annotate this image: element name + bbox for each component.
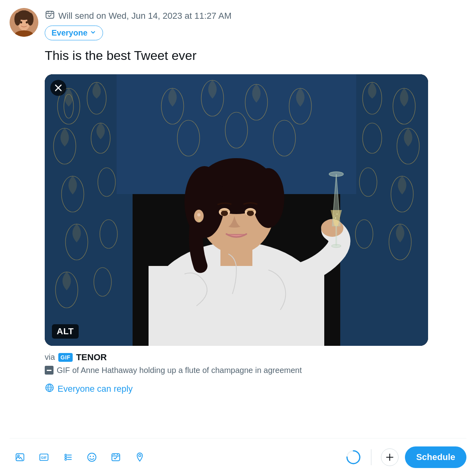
svg-point-12 <box>51 12 52 13</box>
svg-point-60 <box>331 244 341 248</box>
divider-vertical <box>371 449 372 465</box>
tweet-text[interactable]: This is the best Tweet ever <box>45 47 466 65</box>
svg-rect-10 <box>46 11 54 18</box>
svg-point-11 <box>48 12 49 13</box>
gif-description-text: GIF of Anne Hathaway holding up a flute … <box>57 366 302 375</box>
svg-text:GIF: GIF <box>41 456 46 460</box>
avatar[interactable] <box>10 8 38 37</box>
svg-point-77 <box>93 456 94 457</box>
via-tenor-row: via GIF TENOR <box>45 352 466 363</box>
svg-point-70 <box>65 456 66 458</box>
gif-description-row: GIF of Anne Hathaway holding up a flute … <box>45 366 466 375</box>
char-counter <box>345 449 361 465</box>
svg-point-49 <box>252 168 284 228</box>
toolbar-right: Schedule <box>345 446 466 468</box>
clock-icon <box>45 10 55 22</box>
alt-badge[interactable]: ALT <box>52 324 79 339</box>
svg-point-75 <box>88 453 96 462</box>
poll-button[interactable] <box>58 447 78 468</box>
svg-point-53 <box>247 210 254 216</box>
toolbar: GIF <box>10 438 466 476</box>
svg-point-80 <box>117 454 118 455</box>
audience-pill[interactable]: Everyone <box>45 26 103 40</box>
schedule-info: Will send on Wed, Jun 14, 2023 at 11:27 … <box>45 10 232 22</box>
svg-point-8 <box>14 13 21 26</box>
svg-point-58 <box>329 172 343 177</box>
media-container: ALT <box>45 74 428 346</box>
svg-point-76 <box>90 456 91 457</box>
composer-header: Will send on Wed, Jun 14, 2023 at 11:27 … <box>10 8 466 40</box>
gif-button[interactable]: GIF <box>34 447 54 468</box>
svg-point-52 <box>221 210 228 216</box>
schedule-button[interactable]: Schedule <box>405 446 466 468</box>
svg-point-79 <box>113 454 115 455</box>
schedule-icon-button[interactable] <box>105 447 126 468</box>
svg-point-69 <box>65 454 66 456</box>
svg-point-55 <box>197 213 200 216</box>
svg-point-71 <box>65 458 66 460</box>
tweet-composer: Will send on Wed, Jun 14, 2023 at 11:27 … <box>0 0 476 476</box>
tenor-name: TENOR <box>76 352 107 363</box>
chevron-down-icon <box>90 29 96 37</box>
svg-point-62 <box>337 213 338 214</box>
schedule-text: Will send on Wed, Jun 14, 2023 at 11:27 … <box>58 11 232 21</box>
gif-image: ALT <box>45 74 428 346</box>
audience-label: Everyone <box>52 28 87 38</box>
svg-point-56 <box>198 219 201 222</box>
header-meta: Will send on Wed, Jun 14, 2023 at 11:27 … <box>45 8 232 40</box>
reply-label: Everyone can reply <box>58 384 133 394</box>
svg-point-9 <box>27 13 34 26</box>
location-button[interactable] <box>129 447 150 468</box>
tweet-body: This is the best Tweet ever <box>45 47 466 438</box>
svg-rect-59 <box>335 226 337 246</box>
svg-point-63 <box>334 216 335 216</box>
emoji-button[interactable] <box>81 447 102 468</box>
reply-info[interactable]: Everyone can reply <box>45 383 466 395</box>
svg-point-61 <box>335 217 336 219</box>
globe-icon <box>45 383 54 395</box>
svg-rect-78 <box>112 454 120 460</box>
gif-close-button[interactable] <box>50 80 66 96</box>
image-button[interactable] <box>10 447 30 468</box>
via-label: via <box>45 353 55 362</box>
description-icon <box>45 366 54 375</box>
gif-badge: GIF <box>58 353 73 362</box>
add-button[interactable] <box>381 448 399 466</box>
toolbar-left: GIF <box>10 447 345 468</box>
svg-point-81 <box>139 454 141 456</box>
